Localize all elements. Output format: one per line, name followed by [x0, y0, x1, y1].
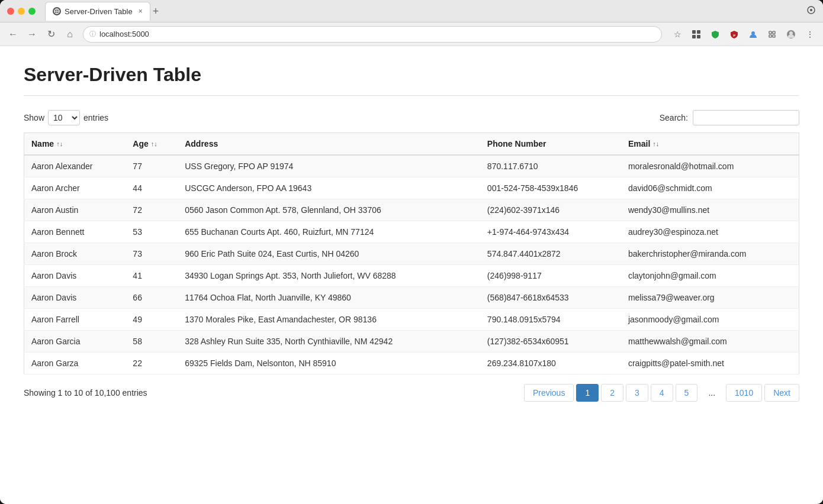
pagination: Previous 1 2 3 4 5 ... 1010 Next: [524, 384, 799, 402]
home-icon: ⌂: [67, 29, 73, 40]
menu-button[interactable]: ⋮: [802, 26, 818, 43]
lock-icon: ⓘ: [89, 30, 96, 38]
home-button[interactable]: ⌂: [62, 26, 78, 43]
active-tab[interactable]: Server-Driven Table ×: [45, 2, 150, 21]
cell-name: Aaron Davis: [24, 265, 126, 287]
ublock-button[interactable]: μ: [726, 26, 742, 43]
address-text: localhost:5000: [99, 30, 149, 38]
titlebar-right: [806, 5, 816, 17]
cell-address: 34930 Logan Springs Apt. 353, North Juli…: [178, 265, 480, 287]
cell-age: 77: [126, 155, 178, 177]
profile-avatar-button[interactable]: [783, 26, 799, 43]
cell-address: 655 Buchanan Courts Apt. 460, Ruizfurt, …: [178, 221, 480, 243]
cell-phone: 269.234.8107x180: [480, 353, 621, 374]
browser-toolbar: ← → ↻ ⌂ ⓘ localhost:5000 ☆ μ: [0, 22, 823, 46]
cell-name: Aaron Alexander: [24, 155, 126, 177]
cell-name: Aaron Archer: [24, 177, 126, 199]
col-age[interactable]: Age ↑↓: [126, 133, 178, 156]
cell-email: craigpitts@patel-smith.net: [621, 353, 799, 374]
table-row: Aaron Davis6611764 Ochoa Flat, North Jua…: [24, 287, 799, 309]
profile-button[interactable]: [745, 26, 761, 43]
cell-name: Aaron Garcia: [24, 331, 126, 353]
table-header: Name ↑↓ Age ↑↓ Address: [24, 133, 799, 156]
cell-email: jasonmoody@gmail.com: [621, 309, 799, 331]
col-phone[interactable]: Phone Number: [480, 133, 621, 156]
cell-email: matthewwalsh@gmail.com: [621, 331, 799, 353]
col-name-sort-icon: ↑↓: [56, 140, 63, 147]
table-body: Aaron Alexander77USS Gregory, FPO AP 919…: [24, 155, 799, 374]
traffic-light-maximize[interactable]: [28, 8, 36, 15]
svg-rect-7: [692, 35, 696, 38]
search-label: Search:: [660, 113, 688, 122]
page-title: Server-Driven Table: [24, 64, 799, 96]
traffic-light-minimize[interactable]: [18, 8, 25, 15]
address-bar[interactable]: ⓘ localhost:5000: [83, 26, 662, 43]
reload-button[interactable]: ↻: [43, 26, 59, 43]
page-button-5[interactable]: 5: [676, 384, 698, 402]
cell-email: audrey30@espinoza.net: [621, 221, 799, 243]
forward-button[interactable]: →: [24, 26, 40, 43]
cell-email: moralesronald@hotmail.com: [621, 155, 799, 177]
cell-age: 41: [126, 265, 178, 287]
table-row: Aaron Garcia58328 Ashley Run Suite 335, …: [24, 331, 799, 353]
cell-email: david06@schmidt.com: [621, 177, 799, 199]
page-button-4[interactable]: 4: [651, 384, 673, 402]
tab-close-button[interactable]: ×: [139, 7, 143, 15]
col-age-label: Age: [133, 139, 148, 148]
extensions-button[interactable]: [688, 26, 705, 43]
back-icon: ←: [8, 29, 18, 40]
next-button[interactable]: Next: [764, 384, 799, 402]
traffic-light-close[interactable]: [7, 8, 14, 15]
browser-titlebar: Server-Driven Table × +: [0, 0, 823, 22]
cell-address: 11764 Ochoa Flat, North Juanville, KY 49…: [178, 287, 480, 309]
toolbar-right: ☆ μ ⋮: [669, 26, 818, 43]
svg-rect-11: [769, 31, 771, 34]
cell-address: USS Gregory, FPO AP 91974: [178, 155, 480, 177]
svg-rect-8: [697, 35, 700, 38]
entries-per-page-select[interactable]: 10 25 50 100: [48, 110, 80, 125]
bookmark-button[interactable]: ☆: [669, 26, 686, 43]
cell-age: 44: [126, 177, 178, 199]
col-address[interactable]: Address: [178, 133, 480, 156]
page-button-3[interactable]: 3: [626, 384, 648, 402]
table-row: Aaron Austin720560 Jason Common Apt. 578…: [24, 199, 799, 221]
show-entries-control: Show 10 25 50 100 entries: [24, 110, 108, 125]
cell-email: melissa79@weaver.org: [621, 287, 799, 309]
new-tab-button[interactable]: +: [153, 6, 159, 17]
cell-phone: 574.847.4401x2872: [480, 243, 621, 265]
tab-title: Server-Driven Table: [65, 7, 133, 16]
search-input[interactable]: [693, 110, 799, 125]
cell-phone: 790.148.0915x5794: [480, 309, 621, 331]
cell-name: Aaron Brock: [24, 243, 126, 265]
cell-phone: (246)998-9117: [480, 265, 621, 287]
cell-age: 53: [126, 221, 178, 243]
forward-icon: →: [27, 29, 37, 40]
page-button-1[interactable]: 1: [576, 384, 599, 402]
previous-button[interactable]: Previous: [524, 384, 574, 402]
cell-address: 328 Ashley Run Suite 335, North Cynthiav…: [178, 331, 480, 353]
shield-button[interactable]: [707, 26, 724, 43]
cell-email: bakerchristopher@miranda.com: [621, 243, 799, 265]
col-name[interactable]: Name ↑↓: [24, 133, 126, 156]
page-button-1010[interactable]: 1010: [726, 384, 762, 402]
cell-email: claytonjohn@gmail.com: [621, 265, 799, 287]
cell-phone: (568)847-6618x64533: [480, 287, 621, 309]
svg-rect-14: [773, 35, 775, 37]
puzzle-button[interactable]: [764, 26, 780, 43]
table-row: Aaron Alexander77USS Gregory, FPO AP 919…: [24, 155, 799, 177]
cell-age: 66: [126, 287, 178, 309]
col-age-sort-icon: ↑↓: [151, 140, 157, 147]
cell-age: 58: [126, 331, 178, 353]
svg-rect-6: [697, 30, 700, 34]
cell-phone: (224)602-3971x146: [480, 199, 621, 221]
svg-text:μ: μ: [733, 33, 735, 37]
window-controls-icon: [806, 5, 816, 15]
header-row: Name ↑↓ Age ↑↓ Address: [24, 133, 799, 156]
back-button[interactable]: ←: [5, 26, 21, 43]
cell-address: 1370 Morales Pike, East Amandachester, O…: [178, 309, 480, 331]
table-row: Aaron Bennett53655 Buchanan Courts Apt. …: [24, 221, 799, 243]
page-button-2[interactable]: 2: [601, 384, 623, 402]
svg-rect-12: [773, 31, 775, 34]
cell-address: USCGC Anderson, FPO AA 19643: [178, 177, 480, 199]
col-email[interactable]: Email ↑↓: [621, 133, 799, 156]
